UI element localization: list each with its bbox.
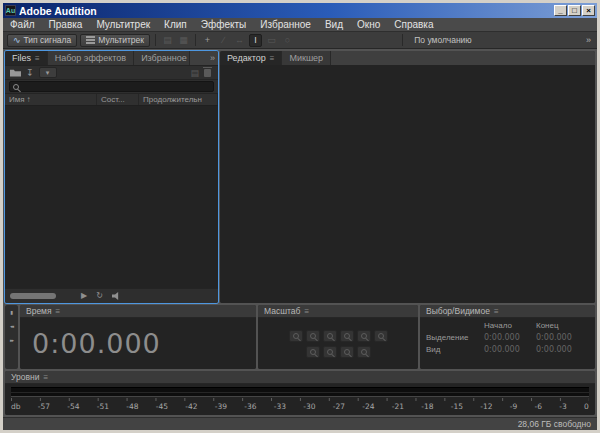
levels-panel-title: Уровни	[11, 372, 39, 382]
close-button[interactable]: ×	[582, 5, 595, 16]
horizontal-scrollbar[interactable]	[10, 293, 56, 299]
app-window: Au Adobe Audition _ □ × Файл Правка Муль…	[0, 0, 600, 433]
zoom-panel-title: Масштаб	[264, 306, 300, 316]
files-search-row	[5, 80, 218, 94]
magnifier-icon	[293, 333, 299, 339]
menu-view[interactable]: Вид	[318, 18, 350, 32]
zoom-to-out-point-icon[interactable]	[340, 346, 354, 358]
zoom-out-full-icon[interactable]	[374, 330, 388, 342]
trash-icon[interactable]	[204, 69, 211, 77]
selection-end-value[interactable]: 0:00.000	[536, 333, 589, 342]
panel-menu-icon[interactable]: ≡	[494, 307, 499, 316]
scale-label: -18	[421, 402, 433, 411]
magnifier-icon	[310, 333, 316, 339]
zoom-reset-icon[interactable]	[357, 330, 371, 342]
tab-editor[interactable]: Редактор ≡	[220, 51, 282, 65]
view-end-value[interactable]: 0:00.000	[536, 345, 589, 354]
magnifier-icon	[344, 333, 350, 339]
column-header-duration[interactable]: Продолжительн	[139, 94, 218, 105]
column-header-state[interactable]: Сост...	[97, 94, 139, 105]
scale-label: -42	[185, 402, 197, 411]
column-name-label: Имя	[9, 95, 25, 104]
menu-clip[interactable]: Клип	[157, 18, 194, 32]
window-controls: _ □ ×	[554, 5, 595, 16]
waveform-view-button[interactable]: ∿ Тип сигнала	[7, 34, 77, 47]
razor-tool-icon[interactable]: ∕	[217, 34, 230, 47]
magnifier-icon	[378, 333, 384, 339]
open-file-icon[interactable]: ▤	[161, 34, 174, 47]
marquee-selection-tool-icon[interactable]: ▭	[265, 34, 278, 47]
maximize-button[interactable]: □	[568, 5, 581, 16]
selection-col-start: Начало	[484, 321, 536, 330]
scale-label: -57	[38, 402, 50, 411]
move-tool-icon[interactable]: +	[201, 34, 214, 47]
fast-forward-icon[interactable]: ▸▸	[10, 337, 13, 343]
workspace-selector[interactable]: По умолчанию	[408, 35, 477, 45]
preview-autoplay-icon[interactable]	[112, 292, 121, 300]
scale-label: -24	[362, 402, 374, 411]
levels-panel-header: Уровни ≡	[5, 371, 595, 384]
panel-menu-icon[interactable]: ≡	[304, 307, 309, 316]
menu-window[interactable]: Окно	[350, 18, 387, 32]
menu-effects[interactable]: Эффекты	[194, 18, 253, 32]
scale-label: -21	[392, 402, 404, 411]
menu-multitrack[interactable]: Мультитрек	[89, 18, 157, 32]
time-panel-header: Время ≡	[20, 305, 256, 318]
menu-edit[interactable]: Правка	[42, 18, 90, 32]
statusbar: 28,06 ГБ свободно	[3, 417, 597, 430]
zoom-out-time-icon[interactable]	[306, 330, 320, 342]
scale-label: -51	[97, 402, 109, 411]
multitrack-icon	[86, 36, 95, 44]
zoom-to-selection-icon[interactable]	[306, 346, 320, 358]
files-toolbar: ↧ ▾ ▤	[5, 66, 218, 80]
editor-panel: Редактор ≡ Микшер	[220, 51, 595, 303]
file-list[interactable]	[5, 106, 218, 288]
time-panel: Время ≡ 0:00.000	[20, 305, 256, 369]
zoom-selection-full-icon[interactable]	[357, 346, 371, 358]
preview-loop-icon[interactable]: ↻	[96, 292, 103, 300]
open-folder-icon[interactable]	[10, 69, 21, 77]
column-header-name[interactable]: Имя ↑	[5, 94, 97, 105]
slip-tool-icon[interactable]: ↔	[233, 34, 246, 47]
scale-label: -12	[480, 402, 492, 411]
editor-canvas[interactable]	[220, 66, 595, 303]
level-meter	[11, 387, 589, 397]
tab-favorites[interactable]: Избранное	[134, 51, 190, 65]
time-selection-tool-icon[interactable]: I	[249, 34, 262, 47]
preview-play-icon[interactable]: ▶	[81, 292, 87, 300]
toolbar: ∿ Тип сигнала Мультитрек ▤ ▦ + ∕ ↔ I ▭ ○…	[3, 32, 597, 49]
menu-favorites[interactable]: Избранное	[253, 18, 318, 32]
import-file-icon[interactable]: ↧	[26, 68, 34, 78]
menu-help[interactable]: Справка	[387, 18, 440, 32]
zoom-in-time-icon[interactable]	[289, 330, 303, 342]
view-start-value[interactable]: 0:00.000	[484, 345, 536, 354]
multitrack-view-button[interactable]: Мультитрек	[80, 34, 150, 47]
scale-label: -45	[156, 402, 168, 411]
magnifier-icon	[327, 333, 333, 339]
panel-menu-icon[interactable]: ≡	[270, 54, 275, 63]
minimize-button[interactable]: _	[554, 5, 567, 16]
media-browser-icon[interactable]: ▦	[177, 34, 190, 47]
insert-into-multitrack-icon[interactable]: ▤	[190, 68, 199, 78]
menu-file[interactable]: Файл	[3, 18, 42, 32]
tab-files[interactable]: Files ≡	[5, 51, 48, 65]
meter-scale: db -57 -54 -51 -48 -45 -42 -39 -36 -33 -…	[11, 402, 589, 411]
media-type-dropdown[interactable]: ▾	[39, 67, 57, 78]
zoom-out-amplitude-icon[interactable]	[340, 330, 354, 342]
panel-menu-icon[interactable]: ≡	[35, 54, 40, 63]
rewind-icon[interactable]: ◂◂	[10, 323, 13, 329]
editor-tab-strip: Редактор ≡ Микшер	[220, 51, 595, 66]
stop-icon[interactable]: ▮	[11, 309, 13, 315]
panel-menu-icon[interactable]: ≡	[56, 307, 61, 316]
search-input[interactable]	[22, 82, 210, 91]
zoom-in-amplitude-icon[interactable]	[323, 330, 337, 342]
tab-effects-rack[interactable]: Набор эффектов	[48, 51, 134, 65]
toolbar-overflow-icon[interactable]: »	[584, 35, 593, 45]
lasso-selection-tool-icon[interactable]: ○	[281, 34, 294, 47]
tab-mixer[interactable]: Микшер	[282, 51, 331, 65]
zoom-to-in-point-icon[interactable]	[323, 346, 337, 358]
selection-start-value[interactable]: 0:00.000	[484, 333, 536, 342]
panel-menu-icon[interactable]: ≡	[43, 373, 48, 382]
tab-overflow-icon[interactable]: »	[207, 51, 218, 65]
main-row: Files ≡ Набор эффектов Избранное » ↧ ▾ ▤	[5, 51, 595, 303]
